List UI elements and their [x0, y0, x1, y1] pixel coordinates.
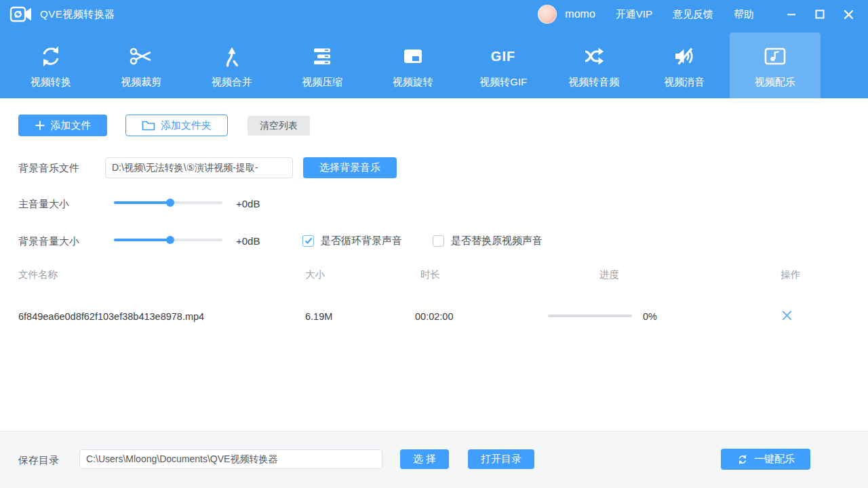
- file-progress-bar: [548, 314, 632, 317]
- col-header-progress: 进度: [599, 268, 619, 281]
- music-icon: [762, 42, 789, 70]
- app-window: QVE视频转换器 momo 开通VIP 意见反馈 帮助: [0, 0, 868, 488]
- main-volume-slider-thumb[interactable]: [166, 199, 174, 207]
- minimize-icon[interactable]: [781, 4, 802, 24]
- one-click-music-button[interactable]: 一键配乐: [721, 449, 810, 470]
- loop-bgm-checkbox[interactable]: 是否循环背景声音: [302, 235, 402, 247]
- feedback-link[interactable]: 意见反馈: [673, 8, 713, 21]
- title-bar: QVE视频转换器 momo 开通VIP 意见反馈 帮助: [0, 0, 868, 28]
- window-title: QVE视频转换器: [40, 8, 115, 21]
- svg-text:GIF: GIF: [491, 49, 515, 64]
- file-size: 6.19M: [305, 311, 332, 322]
- main-volume-slider[interactable]: [114, 197, 222, 208]
- checkbox-checked-icon[interactable]: [302, 235, 314, 247]
- rotate-icon: [399, 42, 427, 70]
- replace-audio-checkbox[interactable]: 是否替换原视频声音: [433, 235, 542, 247]
- bg-volume-value: +0dB: [236, 235, 260, 247]
- main-volume-value: +0dB: [236, 198, 260, 209]
- open-dir-button[interactable]: 打开目录: [468, 449, 534, 469]
- bgm-file-label: 背景音乐文件: [18, 162, 79, 175]
- shuffle-icon: [580, 42, 608, 70]
- vip-link[interactable]: 开通VIP: [616, 8, 652, 21]
- main-volume-label: 主音量大小: [18, 198, 69, 211]
- file-name: 6f849ea6e0d8f62f103ef38b413e8978.mp4: [18, 311, 204, 322]
- checkbox-unchecked-icon[interactable]: [433, 235, 444, 247]
- bg-volume-slider-thumb[interactable]: [166, 236, 174, 244]
- col-header-name: 文件名称: [18, 268, 58, 281]
- tab-video-merge[interactable]: 视频合并: [186, 28, 277, 98]
- col-header-duration: 时长: [420, 268, 440, 281]
- tab-video-cut[interactable]: 视频裁剪: [96, 28, 187, 98]
- merge-icon: [218, 42, 245, 70]
- app-logo-icon: [9, 4, 33, 24]
- file-duration: 00:02:00: [415, 311, 453, 322]
- help-link[interactable]: 帮助: [734, 8, 754, 21]
- username-label[interactable]: momo: [565, 8, 595, 20]
- user-avatar[interactable]: [538, 5, 557, 24]
- add-file-button[interactable]: 添加文件: [18, 115, 107, 136]
- choose-bgm-button[interactable]: 选择背景音乐: [303, 157, 397, 178]
- plus-icon: [35, 120, 45, 131]
- bg-volume-label: 背景音量大小: [18, 235, 79, 248]
- tab-video-to-gif[interactable]: GIF 视频转GIF: [458, 28, 549, 98]
- tab-video-mute[interactable]: 视频消音: [639, 28, 730, 98]
- maximize-icon[interactable]: [810, 4, 830, 24]
- delete-file-icon[interactable]: [780, 308, 793, 322]
- close-icon[interactable]: [838, 4, 859, 24]
- clear-list-button[interactable]: 清空列表: [248, 116, 310, 136]
- file-progress-percent: 0%: [643, 311, 657, 322]
- bg-volume-slider[interactable]: [114, 235, 222, 245]
- main-toolbar: 视频转换 视频裁剪 视频合并: [0, 28, 868, 98]
- tab-video-rotate[interactable]: 视频旋转: [368, 28, 458, 98]
- col-header-action: 操作: [781, 268, 800, 281]
- folder-icon: [142, 120, 155, 131]
- save-dir-input[interactable]: [79, 449, 382, 469]
- tab-video-to-audio[interactable]: 视频转音频: [549, 28, 639, 98]
- tab-video-compress[interactable]: 视频压缩: [277, 28, 368, 98]
- mute-icon: [671, 42, 698, 70]
- convert-icon: [37, 42, 64, 70]
- add-folder-button[interactable]: 添加文件夹: [125, 115, 228, 136]
- select-dir-button[interactable]: 选 择: [400, 449, 449, 469]
- tab-video-music[interactable]: 视频配乐: [730, 33, 821, 98]
- save-dir-label: 保存目录: [18, 454, 59, 467]
- refresh-icon: [736, 453, 749, 466]
- scissors-icon: [127, 42, 155, 70]
- gif-icon: GIF: [484, 42, 522, 70]
- tab-video-convert[interactable]: 视频转换: [5, 28, 96, 98]
- col-header-size: 大小: [305, 268, 325, 281]
- bgm-path-input[interactable]: [105, 157, 293, 178]
- compress-icon: [309, 42, 336, 70]
